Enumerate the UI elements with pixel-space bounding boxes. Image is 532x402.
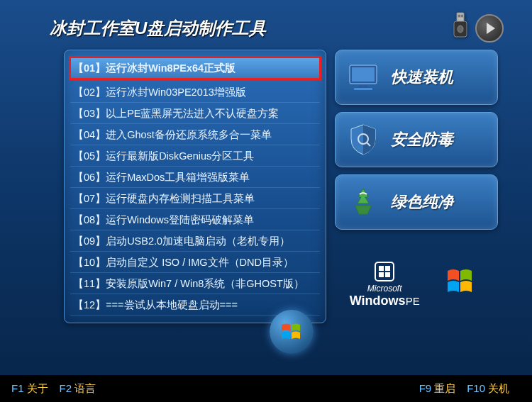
menu-item-11[interactable]: 【11】安装原版Win7 / Win8系统（非GHOST版） [70,273,320,294]
svg-rect-15 [385,272,390,277]
svg-point-4 [458,26,463,33]
menu-item-8[interactable]: 【08】运行Windows登陆密码破解菜单 [70,209,320,230]
menu-item-1[interactable]: 【01】运行冰封Win8PEx64正式版 [69,56,321,80]
f9-restart[interactable]: F9重启 [419,382,467,396]
menu-item-2[interactable]: 【02】运行冰封Win03PE2013增强版 [70,82,320,103]
menu-item-6[interactable]: 【06】运行MaxDos工具箱增强版菜单 [70,167,320,188]
svg-rect-1 [458,15,460,17]
windows-pe-logo: Microsoft WindowsPE [350,258,420,308]
svg-rect-13 [385,266,390,271]
card-label: 绿色纯净 [391,191,453,213]
menu-item-3[interactable]: 【03】以上PE蓝黑屏无法进入不认硬盘方案 [70,103,320,124]
menu-item-10[interactable]: 【10】启动自定义 ISO / IMG文件（DND目录） [70,252,320,273]
footer-bar: F1关于 F2语言 F9重启 F10关机 [0,375,532,402]
card-clean[interactable]: 绿色纯净 [335,174,498,230]
shield-icon [345,122,381,157]
svg-rect-8 [354,88,372,90]
usb-icon [437,10,471,47]
menu-item-7[interactable]: 【07】运行硬盘内存检测扫描工具菜单 [70,188,320,209]
card-label: 快速装机 [391,67,453,88]
windows-flag-logo [443,262,483,305]
boot-menu: 【01】运行冰封Win8PEx64正式版【02】运行冰封Win03PE2013增… [64,50,326,323]
menu-item-5[interactable]: 【05】运行最新版DiskGenius分区工具 [70,145,320,167]
svg-rect-2 [461,15,463,17]
f10-shutdown[interactable]: F10关机 [467,382,521,396]
svg-rect-11 [375,262,394,281]
svg-rect-12 [379,266,384,271]
svg-rect-14 [379,272,384,277]
f2-language[interactable]: F2语言 [60,382,108,396]
f1-about[interactable]: F1关于 [11,382,60,396]
card-quick-install[interactable]: 快速装机 [335,50,498,105]
svg-rect-7 [358,85,368,88]
card-label: 安全防毒 [391,129,453,150]
svg-rect-6 [352,67,375,82]
card-antivirus[interactable]: 安全防毒 [335,112,498,167]
menu-item-9[interactable]: 【09】启动USB2.0加速电脑启动（老机专用） [70,230,320,252]
windows-orb-icon [270,310,314,354]
computer-icon [345,60,381,95]
recycle-icon [345,184,381,220]
play-button[interactable] [475,14,504,43]
logos-row: Microsoft WindowsPE [335,258,498,308]
menu-item-4[interactable]: 【04】进入Ghost备份还原系统多合一菜单 [70,124,320,145]
app-title: 冰封工作室U盘启动制作工具 [50,17,266,40]
